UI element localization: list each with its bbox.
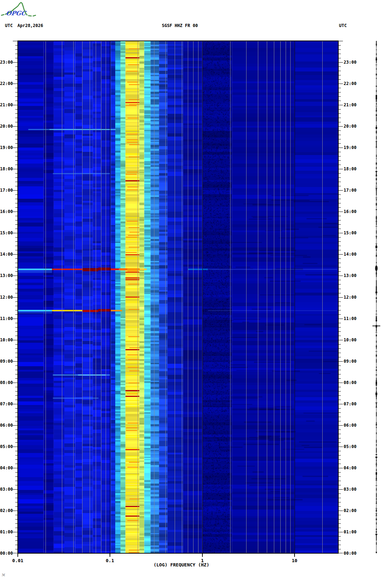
y-tick-left bbox=[15, 165, 18, 165]
y-tick-right bbox=[338, 190, 343, 191]
y-tick-left bbox=[15, 378, 18, 379]
y-tick-left bbox=[15, 323, 18, 323]
corner-glyph: ℳ bbox=[2, 573, 5, 577]
hour-label-left: 15:00 bbox=[0, 230, 13, 235]
y-tick-right bbox=[338, 105, 343, 105]
y-tick-left bbox=[15, 194, 18, 195]
y-tick-right bbox=[338, 118, 341, 118]
y-tick-left bbox=[13, 254, 18, 255]
hour-label-left: 05:00 bbox=[0, 444, 13, 449]
y-tick-right bbox=[338, 207, 341, 208]
y-tick-right bbox=[338, 297, 343, 298]
y-tick-right bbox=[338, 532, 343, 532]
y-tick-right bbox=[338, 254, 343, 255]
hour-label-left: 04:00 bbox=[0, 465, 13, 470]
hour-label-right: 15:00 bbox=[344, 230, 359, 235]
y-tick-left bbox=[13, 447, 18, 447]
y-tick-right bbox=[338, 139, 341, 139]
y-tick-right bbox=[338, 45, 341, 46]
station-title: SGSF HHZ FR 00 bbox=[162, 23, 198, 28]
hour-label-right: 01:00 bbox=[344, 529, 359, 534]
x-tick-label: 0.01 bbox=[7, 558, 28, 563]
y-tick-left bbox=[15, 284, 18, 284]
y-tick-right bbox=[338, 506, 341, 507]
hour-label-right: 08:00 bbox=[344, 380, 359, 385]
y-tick-left bbox=[15, 258, 18, 259]
y-tick-left bbox=[15, 451, 18, 451]
y-tick-left bbox=[13, 361, 18, 362]
y-tick-right bbox=[338, 481, 341, 481]
hour-label-left: 14:00 bbox=[0, 252, 13, 257]
y-tick-left bbox=[15, 113, 18, 114]
y-tick-left bbox=[13, 383, 18, 383]
y-tick-left bbox=[13, 105, 18, 105]
x-tick bbox=[110, 553, 110, 557]
y-tick-right bbox=[338, 434, 341, 434]
x-tick bbox=[17, 553, 18, 557]
y-axis-ticks-right: 00:0001:0002:0003:0004:0005:0006:0007:00… bbox=[338, 41, 370, 553]
y-tick-right bbox=[338, 515, 341, 515]
y-tick-left bbox=[15, 199, 18, 199]
y-tick-right bbox=[338, 194, 341, 195]
y-tick-left bbox=[13, 84, 18, 84]
y-tick-left bbox=[15, 109, 18, 110]
utc-label-right: UTC bbox=[339, 23, 347, 28]
y-tick-left bbox=[15, 271, 18, 272]
y-tick-right bbox=[338, 276, 343, 276]
y-tick-right bbox=[338, 408, 341, 409]
logo-text: OPGC bbox=[6, 10, 27, 17]
y-tick-right bbox=[338, 327, 341, 327]
y-tick-left bbox=[13, 511, 18, 511]
y-tick-right bbox=[338, 353, 341, 353]
y-tick-right bbox=[338, 79, 341, 80]
y-tick-left bbox=[13, 62, 18, 63]
hour-label-left: 02:00 bbox=[0, 508, 13, 513]
date-label: Apr28,2026 bbox=[17, 23, 43, 28]
y-tick-left bbox=[15, 528, 18, 528]
y-tick-left bbox=[15, 464, 18, 464]
y-tick-left bbox=[15, 280, 18, 280]
hour-label-left: 16:00 bbox=[0, 209, 13, 214]
hour-label-right: 22:00 bbox=[344, 81, 359, 86]
y-tick-left bbox=[15, 267, 18, 267]
y-tick-right bbox=[338, 258, 341, 259]
y-tick-left bbox=[15, 220, 18, 220]
y-tick-left bbox=[15, 152, 18, 152]
y-tick-left bbox=[15, 71, 18, 71]
y-tick-left bbox=[15, 122, 18, 122]
y-tick-right bbox=[338, 366, 341, 366]
y-tick-left bbox=[15, 160, 18, 161]
y-tick-right bbox=[338, 374, 341, 374]
y-tick-right bbox=[338, 489, 343, 490]
y-tick-left bbox=[15, 549, 18, 549]
y-tick-right bbox=[338, 383, 343, 383]
y-tick-right bbox=[338, 280, 341, 280]
hour-label-right: 04:00 bbox=[344, 465, 359, 470]
y-tick-right bbox=[338, 224, 341, 225]
hour-label-right: 18:00 bbox=[344, 166, 359, 171]
y-tick-right bbox=[338, 75, 341, 75]
y-tick-left bbox=[13, 468, 18, 468]
y-tick-left bbox=[13, 340, 18, 340]
y-tick-left bbox=[15, 400, 18, 400]
y-tick-right bbox=[338, 88, 341, 88]
y-tick-left bbox=[15, 45, 18, 46]
y-tick-right bbox=[338, 62, 343, 63]
y-tick-left bbox=[15, 408, 18, 409]
y-tick-left bbox=[15, 430, 18, 430]
hour-label-right: 02:00 bbox=[344, 508, 359, 513]
y-tick-right bbox=[338, 485, 341, 485]
y-tick-right bbox=[338, 498, 341, 498]
y-tick-left bbox=[15, 156, 18, 156]
y-tick-left bbox=[15, 366, 18, 366]
y-tick-right bbox=[338, 250, 341, 250]
y-tick-right bbox=[338, 391, 341, 391]
y-tick-right bbox=[338, 241, 341, 242]
y-tick-right bbox=[338, 310, 341, 310]
y-tick-right bbox=[338, 464, 341, 464]
y-tick-right bbox=[338, 494, 341, 494]
hour-label-left: 12:00 bbox=[0, 295, 13, 300]
hour-label-right: 20:00 bbox=[344, 124, 359, 129]
y-tick-right bbox=[338, 156, 341, 156]
y-tick-left bbox=[13, 41, 18, 41]
